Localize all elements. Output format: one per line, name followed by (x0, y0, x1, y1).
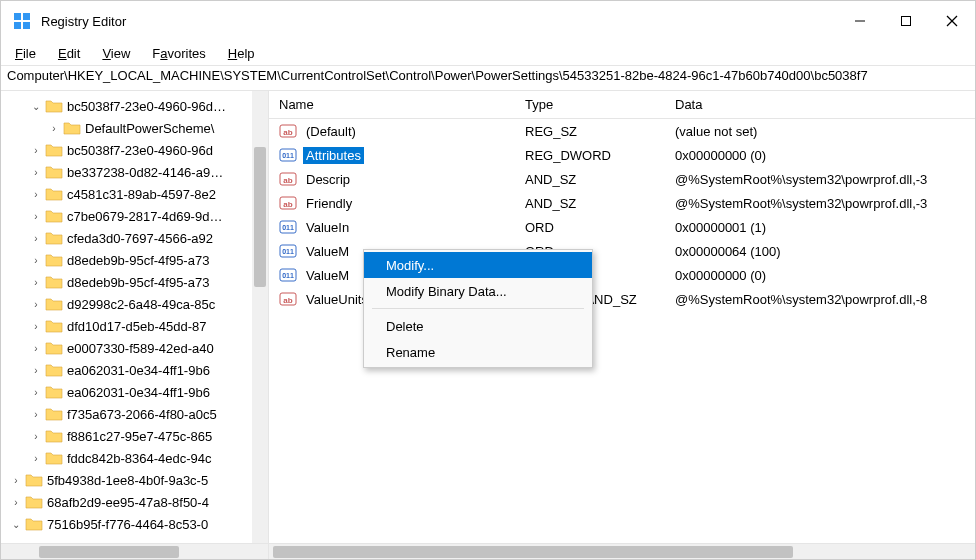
chevron-right-icon[interactable]: › (29, 365, 43, 376)
tree-item[interactable]: ›ea062031-0e34-4ff1-9b6 (1, 359, 268, 381)
column-name[interactable]: Name (279, 97, 525, 112)
address-bar[interactable]: Computer\HKEY_LOCAL_MACHINE\SYSTEM\Curre… (1, 65, 975, 91)
ctx-modify[interactable]: Modify... (364, 252, 592, 278)
tree-item-label: d8edeb9b-95cf-4f95-a73 (67, 275, 209, 290)
content-area: ⌄bc5038f7-23e0-4960-96d…›DefaultPowerSch… (1, 91, 975, 559)
tree-item[interactable]: ›c4581c31-89ab-4597-8e2 (1, 183, 268, 205)
folder-icon (45, 209, 63, 223)
string-value-icon: ab (279, 194, 297, 212)
chevron-right-icon[interactable]: › (29, 277, 43, 288)
svg-text:011: 011 (282, 248, 294, 255)
tree-item-label: 7516b95f-f776-4464-8c53-0 (47, 517, 208, 532)
value-data: (value not set) (675, 124, 975, 139)
svg-text:ab: ab (283, 176, 292, 185)
tree-item-label: be337238-0d82-4146-a9… (67, 165, 223, 180)
chevron-right-icon[interactable]: › (29, 255, 43, 266)
value-type: REG_SZ (525, 124, 675, 139)
tree-item[interactable]: ›f8861c27-95e7-475c-865 (1, 425, 268, 447)
tree-item[interactable]: ›f735a673-2066-4f80-a0c5 (1, 403, 268, 425)
window-title: Registry Editor (41, 14, 837, 29)
string-value-icon: ab (279, 122, 297, 140)
tree-item-label: ea062031-0e34-4ff1-9b6 (67, 363, 210, 378)
chevron-right-icon[interactable]: › (29, 343, 43, 354)
ctx-modify-binary[interactable]: Modify Binary Data... (364, 278, 592, 304)
tree-item-label: c7be0679-2817-4d69-9d… (67, 209, 222, 224)
folder-icon (45, 363, 63, 377)
tree-item[interactable]: ›d8edeb9b-95cf-4f95-a73 (1, 271, 268, 293)
chevron-down-icon[interactable]: ⌄ (29, 101, 43, 112)
value-name: ValueM (303, 243, 352, 260)
tree-list[interactable]: ⌄bc5038f7-23e0-4960-96d…›DefaultPowerSch… (1, 91, 268, 543)
chevron-right-icon[interactable]: › (29, 145, 43, 156)
tree-item[interactable]: ›c7be0679-2817-4d69-9d… (1, 205, 268, 227)
chevron-right-icon[interactable]: › (9, 497, 23, 508)
list-horizontal-scrollbar[interactable] (269, 543, 975, 559)
folder-icon (45, 385, 63, 399)
value-data: 0x00000064 (100) (675, 244, 975, 259)
tree-item-label: ea062031-0e34-4ff1-9b6 (67, 385, 210, 400)
folder-icon (45, 275, 63, 289)
tree-item[interactable]: ›e0007330-f589-42ed-a40 (1, 337, 268, 359)
tree-item[interactable]: ⌄7516b95f-f776-4464-8c53-0 (1, 513, 268, 535)
minimize-button[interactable] (837, 1, 883, 41)
chevron-right-icon[interactable]: › (47, 123, 61, 134)
tree-item-label: fddc842b-8364-4edc-94c (67, 451, 212, 466)
chevron-right-icon[interactable]: › (29, 431, 43, 442)
chevron-right-icon[interactable]: › (29, 321, 43, 332)
maximize-button[interactable] (883, 1, 929, 41)
chevron-right-icon[interactable]: › (29, 453, 43, 464)
menu-edit[interactable]: Edit (50, 44, 88, 63)
tree-item[interactable]: ›68afb2d9-ee95-47a8-8f50-4 (1, 491, 268, 513)
chevron-right-icon[interactable]: › (29, 211, 43, 222)
column-data[interactable]: Data (675, 97, 975, 112)
menu-help[interactable]: Help (220, 44, 263, 63)
ctx-delete[interactable]: Delete (364, 313, 592, 339)
tree-item[interactable]: ›dfd10d17-d5eb-45dd-87 (1, 315, 268, 337)
value-name: Descrip (303, 171, 353, 188)
tree-item-label: 5fb4938d-1ee8-4b0f-9a3c-5 (47, 473, 208, 488)
menu-favorites[interactable]: Favorites (144, 44, 213, 63)
tree-vertical-scrollbar[interactable] (252, 91, 268, 543)
value-row[interactable]: ab(Default)REG_SZ(value not set) (269, 119, 975, 143)
chevron-right-icon[interactable]: › (29, 409, 43, 420)
chevron-right-icon[interactable]: › (29, 233, 43, 244)
tree-item[interactable]: ›d92998c2-6a48-49ca-85c (1, 293, 268, 315)
tree-item[interactable]: ⌄bc5038f7-23e0-4960-96d… (1, 95, 268, 117)
tree-item-label: f8861c27-95e7-475c-865 (67, 429, 212, 444)
folder-icon (45, 407, 63, 421)
dword-value-icon: 011 (279, 242, 297, 260)
tree-item[interactable]: ›bc5038f7-23e0-4960-96d (1, 139, 268, 161)
tree-item[interactable]: ›fddc842b-8364-4edc-94c (1, 447, 268, 469)
menu-view[interactable]: View (94, 44, 138, 63)
tree-item-label: c4581c31-89ab-4597-8e2 (67, 187, 216, 202)
tree-pane: ⌄bc5038f7-23e0-4960-96d…›DefaultPowerSch… (1, 91, 269, 559)
column-type[interactable]: Type (525, 97, 675, 112)
value-row[interactable]: 011ValueInORD0x00000001 (1) (269, 215, 975, 239)
tree-item[interactable]: ›d8edeb9b-95cf-4f95-a73 (1, 249, 268, 271)
menubar: File Edit View Favorites Help (1, 41, 975, 65)
tree-item[interactable]: ›cfeda3d0-7697-4566-a92 (1, 227, 268, 249)
chevron-down-icon[interactable]: ⌄ (9, 519, 23, 530)
ctx-rename[interactable]: Rename (364, 339, 592, 365)
svg-rect-2 (14, 22, 21, 29)
tree-item[interactable]: ›5fb4938d-1ee8-4b0f-9a3c-5 (1, 469, 268, 491)
chevron-right-icon[interactable]: › (29, 167, 43, 178)
chevron-right-icon[interactable]: › (9, 475, 23, 486)
menu-file[interactable]: File (7, 44, 44, 63)
chevron-right-icon[interactable]: › (29, 189, 43, 200)
folder-icon (45, 187, 63, 201)
tree-item[interactable]: ›be337238-0d82-4146-a9… (1, 161, 268, 183)
value-type: AND_SZ (525, 196, 675, 211)
value-row[interactable]: 011AttributesREG_DWORD0x00000000 (0) (269, 143, 975, 167)
value-row[interactable]: abDescripAND_SZ@%SystemRoot%\system32\po… (269, 167, 975, 191)
tree-item-label: 68afb2d9-ee95-47a8-8f50-4 (47, 495, 209, 510)
chevron-right-icon[interactable]: › (29, 387, 43, 398)
value-row[interactable]: abFriendlyAND_SZ@%SystemRoot%\system32\p… (269, 191, 975, 215)
close-button[interactable] (929, 1, 975, 41)
tree-item[interactable]: ›DefaultPowerScheme\ (1, 117, 268, 139)
tree-horizontal-scrollbar[interactable] (1, 543, 268, 559)
folder-icon (63, 121, 81, 135)
tree-item[interactable]: ›ea062031-0e34-4ff1-9b6 (1, 381, 268, 403)
titlebar[interactable]: Registry Editor (1, 1, 975, 41)
chevron-right-icon[interactable]: › (29, 299, 43, 310)
